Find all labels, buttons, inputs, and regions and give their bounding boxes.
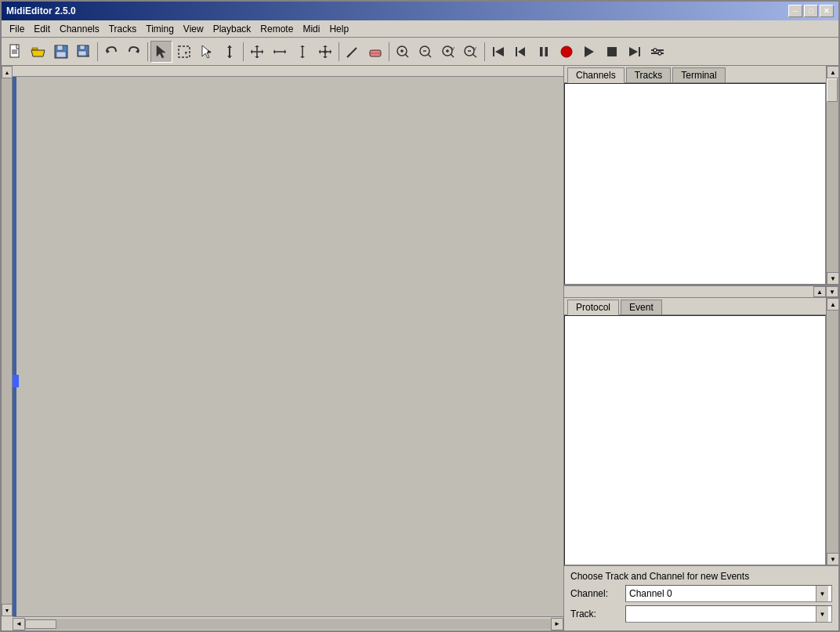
top-vscroll-down[interactable]: ▼ — [827, 272, 838, 285]
panel-divider: ▲ ▼ — [564, 285, 838, 298]
move-vertical-button[interactable] — [291, 41, 313, 63]
pencil-button[interactable] — [342, 41, 364, 63]
redo-button[interactable] — [123, 41, 145, 63]
svg-marker-39 — [323, 56, 328, 58]
move-horizontal-button[interactable] — [269, 41, 291, 63]
svg-marker-28 — [262, 49, 263, 54]
svg-marker-27 — [251, 49, 252, 54]
tab-tracks[interactable]: Tracks — [626, 67, 672, 82]
stop-button[interactable] — [601, 41, 623, 63]
horizontal-ruler — [13, 66, 563, 77]
top-vscroll-thumb[interactable] — [827, 78, 838, 102]
track-edge-bar — [13, 77, 16, 616]
divider-up-arrow[interactable]: ▲ — [813, 286, 826, 297]
svg-marker-31 — [284, 49, 286, 54]
zoom-out-h-button[interactable] — [415, 41, 436, 63]
menu-midi[interactable]: Midi — [298, 22, 324, 36]
left-panel: ▲ ▼ ◄ ► — [2, 66, 564, 630]
menu-tracks[interactable]: Tracks — [104, 22, 142, 36]
title-bar: MidiEditor 2.5.0 ─ □ ✕ — [2, 2, 838, 20]
save-file-button[interactable] — [50, 41, 72, 63]
tab-protocol[interactable]: Protocol — [567, 300, 619, 315]
select-vertical-button[interactable] — [219, 41, 241, 63]
channel-dropdown[interactable]: Channel 0 ▼ — [625, 585, 832, 602]
divider-down-arrow[interactable]: ▼ — [826, 286, 838, 297]
top-right-vscrollbar: ▲ ▼ — [826, 66, 838, 285]
menu-help[interactable]: Help — [324, 22, 353, 36]
save-as-button[interactable]: + — [73, 41, 95, 63]
edit-canvas[interactable] — [13, 77, 563, 616]
svg-line-55 — [451, 54, 454, 57]
svg-rect-0 — [10, 45, 19, 57]
left-panel-vscrollbar: ▲ ▼ — [2, 66, 13, 616]
play-button[interactable] — [578, 41, 600, 63]
eraser-button[interactable] — [364, 41, 386, 63]
zoom-in-h-button[interactable] — [392, 41, 414, 63]
track-dropdown[interactable]: ▼ — [625, 605, 832, 623]
menu-file[interactable]: File — [5, 22, 29, 36]
maximize-button[interactable]: □ — [804, 5, 818, 17]
svg-rect-65 — [516, 47, 517, 56]
undo-button[interactable] — [100, 41, 122, 63]
record-button[interactable] — [556, 41, 578, 63]
close-button[interactable]: ✕ — [820, 5, 834, 17]
settings-button[interactable] — [646, 41, 668, 63]
hscroll-left[interactable]: ◄ — [13, 618, 25, 630]
left-vscroll-down[interactable]: ▼ — [2, 604, 13, 616]
zoom-out-v-button[interactable]: v — [460, 41, 482, 63]
menu-playback[interactable]: Playback — [208, 22, 256, 36]
bottom-vscroll-down[interactable]: ▼ — [827, 553, 838, 565]
bottom-vscroll-up[interactable]: ▲ — [827, 298, 838, 311]
svg-marker-21 — [227, 45, 232, 48]
separator-2 — [147, 42, 148, 61]
top-right-content: Channels Tracks Terminal — [564, 66, 826, 285]
select-cursor-button[interactable] — [150, 41, 172, 63]
top-vscroll-up[interactable]: ▲ — [827, 66, 838, 78]
open-file-button[interactable] — [27, 41, 49, 63]
left-vscroll-up[interactable]: ▲ — [2, 66, 13, 78]
toolbar: + — [2, 38, 838, 66]
minimize-button[interactable]: ─ — [788, 5, 802, 17]
skip-start-button[interactable] — [487, 41, 509, 63]
separator-6 — [484, 42, 485, 61]
channels-panel-content — [564, 83, 826, 285]
move-cross-button[interactable] — [314, 41, 336, 63]
menu-channels[interactable]: Channels — [55, 22, 104, 36]
select-right-button[interactable] — [196, 41, 218, 63]
separator-3 — [243, 42, 244, 61]
new-file-button[interactable] — [5, 41, 27, 63]
svg-marker-14 — [136, 49, 139, 53]
tab-channels[interactable]: Channels — [567, 67, 625, 83]
svg-marker-41 — [330, 49, 331, 54]
tab-terminal[interactable]: Terminal — [672, 67, 725, 82]
zoom-in-v-button[interactable]: v — [437, 41, 459, 63]
hscroll-thumb[interactable] — [25, 619, 56, 629]
menu-timing[interactable]: Timing — [141, 22, 179, 36]
svg-rect-11 — [78, 51, 86, 56]
marquee-select-button[interactable] — [173, 41, 195, 63]
track-row: Track: ▼ — [570, 605, 832, 623]
top-right-panel: Channels Tracks Terminal ▲ ▼ — [564, 66, 838, 285]
pause-button[interactable] — [533, 41, 555, 63]
svg-line-60 — [472, 54, 476, 57]
prev-button[interactable] — [510, 41, 532, 63]
right-panel: Channels Tracks Terminal ▲ ▼ — [564, 66, 838, 630]
title-bar-buttons: ─ □ ✕ — [788, 5, 834, 17]
svg-marker-5 — [31, 50, 45, 56]
svg-point-77 — [658, 52, 661, 55]
track-dropdown-arrow[interactable]: ▼ — [816, 606, 828, 622]
hscroll-right[interactable]: ► — [551, 618, 563, 630]
track-label: Track: — [570, 608, 625, 619]
skip-end-button[interactable] — [624, 41, 646, 63]
move-all-button[interactable] — [246, 41, 268, 63]
main-content: ▲ ▼ ◄ ► — [2, 66, 838, 630]
channel-dropdown-arrow[interactable]: ▼ — [816, 586, 828, 601]
menu-view[interactable]: View — [179, 22, 208, 36]
svg-rect-67 — [540, 47, 543, 56]
tab-event[interactable]: Event — [621, 300, 662, 314]
menu-remote[interactable]: Remote — [255, 22, 298, 36]
svg-point-37 — [324, 50, 327, 53]
channel-label: Channel: — [570, 588, 625, 599]
menu-edit[interactable]: Edit — [29, 22, 55, 36]
channel-row: Channel: Channel 0 ▼ — [570, 585, 832, 602]
